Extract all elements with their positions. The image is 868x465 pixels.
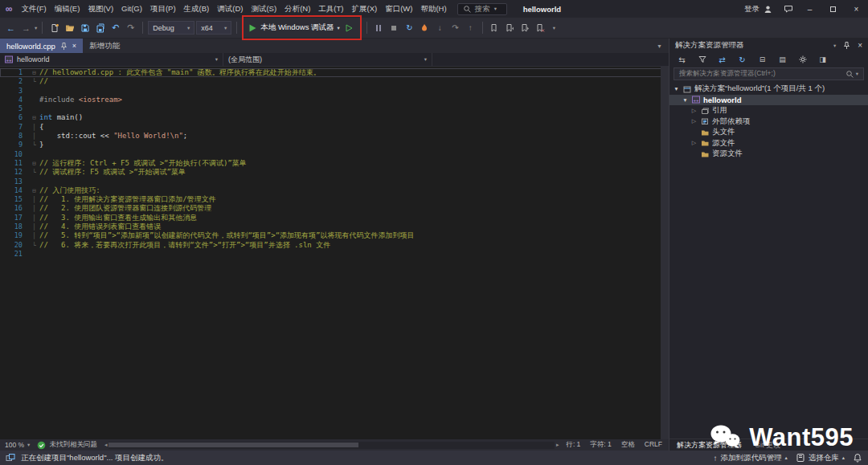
restart-icon[interactable]: ↻ — [403, 21, 416, 35]
expanded-arrow-icon[interactable]: ▼ — [682, 97, 689, 103]
code-line-10[interactable]: 10 — [0, 150, 669, 159]
bookmark-prev-icon[interactable] — [503, 21, 517, 35]
menu-project[interactable]: 项目(P) — [146, 1, 180, 18]
stop-icon[interactable] — [387, 21, 401, 35]
tree-item-references[interactable]: ▷引用 — [669, 105, 868, 116]
code-line-12[interactable]: 12└// 调试程序: F5 或调试 >“开始调试”菜单 — [0, 168, 669, 177]
code-line-6[interactable]: 6⊟int main() — [0, 113, 669, 122]
code-line-3[interactable]: 3 — [0, 87, 669, 96]
menu-edit[interactable]: 编辑(E) — [51, 1, 84, 18]
bookmark-toggle-icon[interactable] — [488, 21, 502, 35]
feedback-icon[interactable] — [779, 4, 798, 14]
scrollbar-thumb[interactable] — [661, 67, 669, 439]
sync-active-document-icon[interactable]: ⇄ — [715, 53, 729, 67]
bookmark-next-icon[interactable] — [518, 21, 532, 35]
collapsed-arrow-icon[interactable]: ▷ — [690, 108, 698, 114]
line-ending-indicator[interactable]: CRLF — [645, 440, 662, 450]
refresh-icon[interactable]: ↻ — [735, 53, 749, 67]
tree-item-resource-files[interactable]: 资源文件 — [669, 149, 868, 160]
undo-icon[interactable]: ↶ — [108, 21, 122, 35]
code-line-4[interactable]: 4#include <iostream> — [0, 96, 669, 104]
code-line-11[interactable]: 11⊟// 运行程序: Ctrl + F5 或调试 >“开始执行(不调试)”菜单 — [0, 159, 669, 168]
column-indicator[interactable]: 字符: 1 — [590, 440, 611, 450]
menu-file[interactable]: 文件(F) — [18, 1, 51, 18]
back-icon[interactable]: ← — [4, 21, 18, 35]
scope-dropdown[interactable]: (全局范围) ▾ — [223, 53, 432, 66]
toolbar-options-icon[interactable]: ▾ — [549, 25, 559, 31]
menu-tools[interactable]: 工具(T) — [314, 1, 347, 18]
forward-icon[interactable]: → — [19, 21, 33, 35]
tree-item-project-helloworld[interactable]: ▼++helloworld — [669, 95, 868, 106]
tree-item-source-files[interactable]: ▷源文件 — [669, 138, 868, 149]
fold-collapse-icon[interactable]: ⊟ — [29, 68, 39, 77]
code-line-16[interactable]: 16│// 2. 使用团队资源管理器窗口连接到源代码管理 — [0, 204, 669, 213]
collapsed-arrow-icon[interactable]: ▷ — [690, 140, 698, 146]
menu-analyze[interactable]: 分析(N) — [280, 1, 314, 18]
close-icon[interactable]: × — [72, 42, 76, 50]
bookmark-clear-icon[interactable] — [534, 21, 547, 35]
filter-icon[interactable] — [695, 53, 709, 67]
save-icon[interactable] — [78, 21, 92, 35]
menu-help[interactable]: 帮助(H) — [416, 1, 450, 18]
expanded-arrow-icon[interactable]: ▼ — [673, 86, 680, 92]
open-file-icon[interactable] — [63, 21, 76, 35]
code-line-14[interactable]: 14⊟// 入门使用技巧: — [0, 186, 669, 195]
save-all-icon[interactable] — [93, 21, 107, 35]
add-to-source-control-button[interactable]: ↑ 添加到源代码管理 ▴ — [713, 453, 787, 463]
tree-item-external-dependencies[interactable]: ▷外部依赖项 — [669, 116, 868, 128]
code-line-19[interactable]: 19│// 5. 转到“项目”>“添加新项”以创建新的代码文件，或转到“项目”>… — [0, 231, 669, 240]
line-indicator[interactable]: 行: 1 — [566, 440, 580, 450]
collapsed-arrow-icon[interactable]: ▷ — [690, 118, 698, 124]
break-all-icon[interactable] — [372, 21, 386, 35]
maximize-button[interactable] — [821, 0, 845, 18]
solution-explorer-header[interactable]: 解决方案资源管理器 ▾ × — [669, 39, 868, 52]
scrollbar-thumb[interactable] — [108, 443, 358, 447]
project-dropdown[interactable]: ++ helloworld ▾ — [0, 53, 223, 66]
hot-reload-icon[interactable] — [418, 21, 432, 35]
spaces-indicator[interactable]: 空格 — [621, 440, 635, 450]
code-editor[interactable]: 1⊟// helloworld.cpp : 此文件包含 "main" 函数。程序… — [0, 67, 669, 439]
tab-helloworld-cpp[interactable]: helloworld.cpp × — [0, 39, 83, 53]
redo-icon[interactable]: ↷ — [124, 21, 137, 35]
code-line-13[interactable]: 13 — [0, 177, 669, 186]
navigation-dropdown-icon[interactable]: ▾ — [35, 25, 37, 31]
tree-item-header-files[interactable]: 头文件 — [669, 127, 868, 138]
code-line-15[interactable]: 15│// 1. 使用解决方案资源管理器窗口添加/管理文件 — [0, 195, 669, 204]
scroll-right-icon[interactable]: ▸ — [556, 442, 559, 448]
start-debugging-button[interactable]: 本地 Windows 调试器 ▾ — [248, 22, 340, 33]
pin-icon[interactable] — [59, 42, 68, 51]
start-without-debugging-button[interactable] — [342, 21, 356, 35]
horizontal-scrollbar[interactable] — [108, 442, 554, 449]
menu-debug[interactable]: 调试(D) — [213, 1, 247, 18]
menu-view[interactable]: 视图(V) — [84, 1, 117, 18]
step-out-icon[interactable]: ↑ — [464, 21, 477, 35]
close-button[interactable]: × — [845, 0, 868, 18]
code-line-18[interactable]: 18│// 4. 使用错误列表窗口查看错误 — [0, 222, 669, 231]
window-position-icon[interactable]: ▾ — [833, 43, 836, 49]
code-line-7[interactable]: 7│{ — [0, 123, 669, 132]
collapse-all-icon[interactable]: ⊟ — [755, 53, 769, 67]
search-box[interactable]: 搜索 ▾ — [457, 3, 507, 15]
scroll-left-icon[interactable]: ◂ — [104, 442, 108, 448]
menu-git[interactable]: Git(G) — [117, 1, 146, 18]
menu-build[interactable]: 生成(B) — [180, 1, 214, 18]
code-line-5[interactable]: 5 — [0, 104, 669, 113]
fold-collapse-icon[interactable]: ⊟ — [29, 159, 39, 168]
menu-window[interactable]: 窗口(W) — [381, 1, 416, 18]
fold-collapse-icon[interactable]: ⊟ — [29, 186, 39, 195]
zoom-control[interactable]: 100 % ▾ — [5, 441, 30, 449]
code-line-21[interactable]: 21 — [0, 250, 669, 259]
tab-whats-new[interactable]: 新增功能 — [83, 39, 126, 53]
code-line-9[interactable]: 9└} — [0, 141, 669, 149]
code-line-20[interactable]: 20└// 6. 将来，若要再次打开此项目，请转到“文件”>“打开”>“项目”并… — [0, 241, 669, 250]
view-switcher-icon[interactable]: ⇆ — [675, 53, 689, 67]
new-file-icon[interactable] — [47, 21, 61, 35]
step-into-icon[interactable]: ↓ — [433, 21, 447, 35]
preview-icon[interactable]: ◨ — [816, 53, 829, 67]
active-documents-dropdown-icon[interactable]: ▼ — [657, 43, 662, 49]
show-all-files-icon[interactable]: ▤ — [776, 53, 789, 67]
code-line-17[interactable]: 17│// 3. 使用输出窗口查看生成输出和其他消息 — [0, 214, 669, 222]
fold-collapse-icon[interactable]: ⊟ — [29, 113, 39, 122]
close-icon[interactable]: × — [858, 41, 862, 50]
notifications-bell-icon[interactable] — [853, 453, 862, 463]
